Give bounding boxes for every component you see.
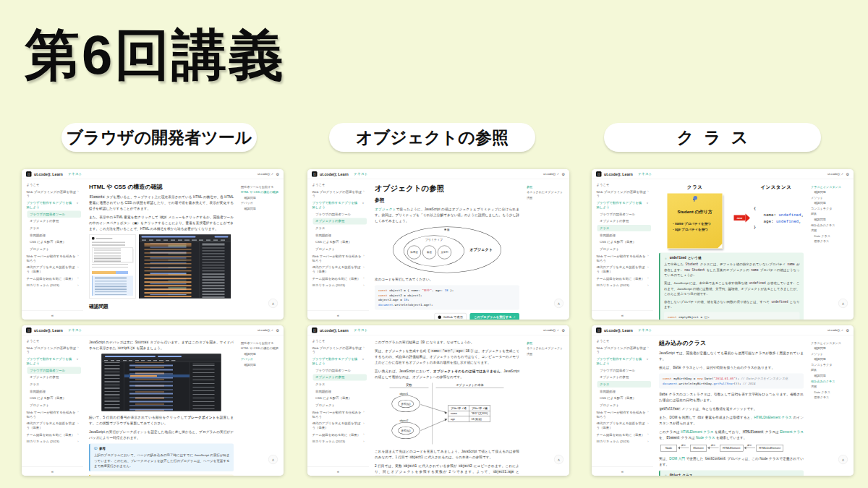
sidebar-item[interactable]: Web プログラミングの基礎を学ぼう› xyxy=(24,345,81,356)
sidebar-item[interactable]: Web プログラミングの基礎を学ぼう› xyxy=(310,189,367,200)
external-site-link[interactable]: ut.code(); ↗ xyxy=(258,328,273,332)
sidebar-item[interactable]: ようこそ xyxy=(594,338,651,344)
brand-link[interactable]: ut.code(); Learn xyxy=(34,328,63,333)
toc-item[interactable]: 図形クラス xyxy=(811,396,850,400)
sidebar-collapse-button[interactable]: « xyxy=(307,467,369,476)
sidebar-item[interactable]: クラス xyxy=(597,381,652,388)
sidebar-item[interactable]: オブジェクトの参照 xyxy=(597,374,652,380)
external-site-link[interactable]: ut.code(); ↗ xyxy=(827,172,843,176)
sidebar-item[interactable]: チーム開発を始める前に（発展）› xyxy=(594,275,651,282)
external-site-link[interactable]: ut.code(); ↗ xyxy=(258,172,273,176)
sidebar-item[interactable]: オブジェクトの参照 xyxy=(313,218,367,224)
toc-item[interactable]: デバッガ xyxy=(241,201,280,205)
sidebar-item[interactable]: Web サーバーが動作する仕組みを知ろう› xyxy=(594,253,651,264)
scroll-top-button[interactable]: ∧ xyxy=(838,455,848,464)
sidebar-item[interactable]: チーム開発を始める前に（発展）› xyxy=(310,275,367,282)
sidebar-item[interactable]: 旧カリキュラム (2023)› xyxy=(594,438,651,445)
sidebar-item[interactable]: プロジェクト xyxy=(27,402,82,408)
sidebar-item[interactable]: ブラウザで動作するアプリを構築しよう∨ xyxy=(24,200,81,210)
theme-toggle-icon[interactable]: ⚙ xyxy=(276,328,279,333)
toc-item[interactable]: 確認問題 xyxy=(811,190,850,194)
sidebar-collapse-button[interactable]: « xyxy=(22,311,83,320)
sidebar-item[interactable]: 現代のアプリを支える技術を学ぼう（発展）› xyxy=(24,264,81,275)
toc-item[interactable]: 組み込みのクラス xyxy=(811,223,850,227)
header-nav-link[interactable]: テキスト xyxy=(68,171,82,176)
theme-toggle-icon[interactable]: ⚙ xyxy=(846,172,849,176)
sidebar-item[interactable]: ブラウザで動作するアプリを構築しよう∨ xyxy=(594,356,651,367)
sidebar-item[interactable]: ようこそ xyxy=(594,181,651,188)
sidebar-item[interactable]: 非同期処理 xyxy=(27,232,82,239)
scroll-top-button[interactable]: ∧ xyxy=(268,455,278,464)
github-view-button[interactable]: GitHub で表示 xyxy=(434,313,467,320)
external-site-link[interactable]: ut.code(); ↗ xyxy=(543,328,559,332)
sidebar-item[interactable]: ようこそ xyxy=(310,338,367,344)
toc-item[interactable]: 確認問題 xyxy=(241,196,280,200)
sidebar-item[interactable]: 旧カリキュラム (2023)› xyxy=(594,282,651,288)
toc-item[interactable]: Date クラス xyxy=(811,390,850,394)
sidebar-item[interactable]: 現代のアプリを支える技術を学ぼう（発展）› xyxy=(310,264,367,275)
toc-item[interactable]: クラスとインスタンス xyxy=(811,185,850,189)
toc-item[interactable]: 継承 xyxy=(811,369,850,372)
toc-item[interactable]: HTML や CSS の構造の確認 xyxy=(241,190,280,194)
sidebar-item[interactable]: オブジェクトの参照 xyxy=(597,218,652,224)
scroll-top-button[interactable]: ∧ xyxy=(268,299,278,308)
sidebar-item[interactable]: Web プログラミングの基礎を学ぼう› xyxy=(24,189,81,200)
theme-toggle-icon[interactable]: ⚙ xyxy=(846,328,849,333)
sidebar-collapse-button[interactable]: « xyxy=(307,311,369,320)
toc-item[interactable]: 開発者ツールを起動する xyxy=(241,185,280,189)
toc-item[interactable]: 確認問題 xyxy=(241,363,280,367)
scroll-top-button[interactable]: ∧ xyxy=(554,299,563,308)
header-nav-link[interactable]: テキスト xyxy=(638,171,652,176)
sidebar-item[interactable]: 非同期処理 xyxy=(597,232,652,239)
toc-item[interactable]: 参照 xyxy=(527,341,566,345)
theme-toggle-icon[interactable]: ⚙ xyxy=(561,172,565,176)
sidebar-item[interactable]: プロジェクト xyxy=(27,246,82,252)
external-site-link[interactable]: ut.code(); ↗ xyxy=(827,328,843,332)
toc-item[interactable]: 演習 xyxy=(811,228,850,232)
sidebar-item[interactable]: 現代のアプリを支える技術を学ぼう（発展）› xyxy=(24,420,81,431)
toc-item[interactable]: 図形クラス xyxy=(811,240,850,244)
toc-item[interactable]: 確認問題 xyxy=(241,352,280,356)
brand-link[interactable]: ut.code(); Learn xyxy=(604,172,633,176)
toc-item[interactable]: 継承 xyxy=(811,213,850,216)
sidebar-item[interactable]: クラス xyxy=(27,225,82,231)
sidebar-item[interactable]: CSS による配置（発展） xyxy=(313,239,367,245)
toc-item[interactable]: デバッガ xyxy=(241,357,280,361)
sidebar-item[interactable]: クラス xyxy=(597,225,652,231)
sidebar-item[interactable]: Web プログラミングの基礎を学ぼう› xyxy=(310,345,367,356)
sidebar-item[interactable]: 旧カリキュラム (2023)› xyxy=(24,438,81,445)
toc-item[interactable]: 確認問題 xyxy=(811,218,850,221)
toc-item[interactable]: 確認問題 xyxy=(241,207,280,210)
sidebar-item[interactable]: プロジェクト xyxy=(313,402,367,408)
header-nav-link[interactable]: テキスト xyxy=(638,328,652,333)
header-nav-link[interactable]: テキスト xyxy=(68,328,82,333)
sidebar-collapse-button[interactable]: « xyxy=(592,467,653,476)
theme-toggle-icon[interactable]: ⚙ xyxy=(276,172,279,176)
sidebar-item[interactable]: CSS による配置（発展） xyxy=(27,239,82,245)
sidebar-item[interactable]: チーム開発を始める前に（発展）› xyxy=(24,432,81,438)
sidebar-item[interactable]: プロジェクト xyxy=(597,402,652,408)
toc-item[interactable]: 確認問題 xyxy=(811,201,850,205)
sidebar-item[interactable]: 非同期処理 xyxy=(27,388,82,395)
sidebar-collapse-button[interactable]: « xyxy=(22,467,83,476)
sidebar-collapse-button[interactable]: « xyxy=(592,311,653,320)
brand-link[interactable]: ut.code(); Learn xyxy=(320,328,349,333)
toc-item[interactable]: メソッド xyxy=(811,196,850,200)
run-program-button[interactable]: このプログラムを実行する↗ xyxy=(469,313,519,320)
theme-toggle-icon[interactable]: ⚙ xyxy=(561,328,565,333)
toc-item[interactable]: 参照 xyxy=(527,185,566,189)
toc-item[interactable]: 確認問題 xyxy=(811,346,850,350)
sidebar-item[interactable]: プロジェクト xyxy=(313,246,367,252)
scroll-top-button[interactable]: ∧ xyxy=(838,299,848,308)
sidebar-item[interactable]: プロジェクト xyxy=(597,246,652,252)
sidebar-item[interactable]: ブラウザの開発者ツール xyxy=(27,367,82,374)
toc-item[interactable]: ネストされたオブジェクト xyxy=(527,346,566,350)
sidebar-item[interactable]: Web サーバーが動作する仕組みを知ろう› xyxy=(594,409,651,420)
sidebar-item[interactable]: 旧カリキュラム (2023)› xyxy=(24,282,81,288)
brand-link[interactable]: ut.code(); Learn xyxy=(604,328,633,333)
toc-item[interactable]: 組み込みのクラス xyxy=(811,380,850,383)
toc-item[interactable]: Date クラス xyxy=(811,234,850,238)
sidebar-item[interactable]: オブジェクトの参照 xyxy=(27,218,82,224)
sidebar-item[interactable]: Web プログラミングの基礎を学ぼう› xyxy=(594,189,651,200)
sidebar-item[interactable]: 現代のアプリを支える技術を学ぼう（発展）› xyxy=(594,264,651,275)
